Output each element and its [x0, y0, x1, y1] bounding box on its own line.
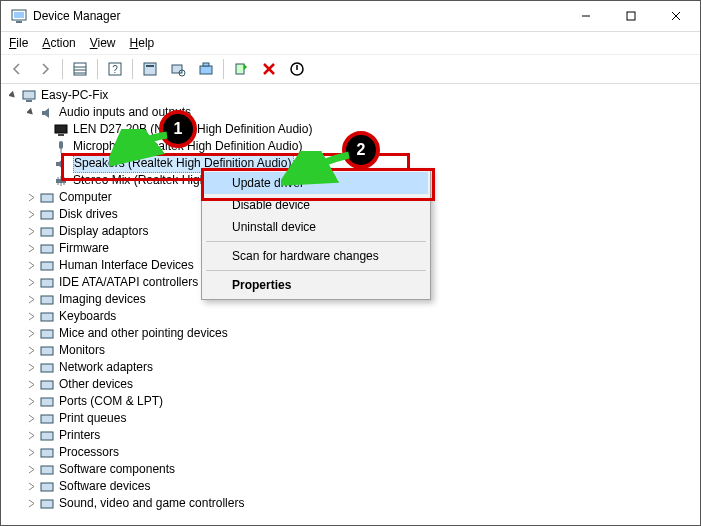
expand-icon[interactable]	[25, 277, 37, 289]
svg-rect-48	[41, 449, 53, 457]
expand-icon[interactable]	[25, 430, 37, 442]
context-scan-hardware[interactable]: Scan for hardware changes	[204, 245, 428, 267]
help-button[interactable]: ?	[102, 56, 128, 82]
svg-rect-1	[14, 12, 24, 18]
tree-category[interactable]: Monitors	[1, 342, 700, 359]
menu-help[interactable]: Help	[130, 36, 155, 50]
expand-icon[interactable]	[25, 192, 37, 204]
svg-rect-14	[146, 65, 154, 67]
tree-category[interactable]: Software devices	[1, 478, 700, 495]
tree-item[interactable]: Microphone (Realtek High Definition Audi…	[1, 138, 700, 155]
context-properties[interactable]: Properties	[204, 274, 428, 296]
context-update-driver[interactable]: Update driver	[204, 172, 428, 194]
expand-icon[interactable]	[25, 464, 37, 476]
category-icon	[39, 224, 55, 240]
tree-label: Monitors	[59, 342, 105, 359]
expand-icon[interactable]	[25, 311, 37, 323]
context-uninstall-device[interactable]: Uninstall device	[204, 216, 428, 238]
window-title: Device Manager	[33, 9, 120, 23]
svg-rect-45	[41, 398, 53, 406]
svg-rect-49	[41, 466, 53, 474]
tree-category[interactable]: Other devices	[1, 376, 700, 393]
svg-rect-39	[41, 296, 53, 304]
svg-rect-43	[41, 364, 53, 372]
expand-icon[interactable]	[25, 447, 37, 459]
tree-label: Microphone (Realtek High Definition Audi…	[73, 138, 302, 155]
expand-icon[interactable]	[25, 413, 37, 425]
svg-rect-36	[41, 245, 53, 253]
expand-icon[interactable]	[25, 260, 37, 272]
toolbar: ?	[1, 55, 700, 84]
computer-icon	[21, 88, 37, 104]
minimize-button[interactable]	[563, 1, 608, 31]
properties-button[interactable]	[137, 56, 163, 82]
svg-rect-33	[41, 194, 53, 202]
device-icon	[53, 156, 69, 172]
enable-device-button[interactable]	[228, 56, 254, 82]
expand-icon[interactable]	[25, 396, 37, 408]
expand-icon[interactable]	[25, 209, 37, 221]
tree-category[interactable]: Printers	[1, 427, 700, 444]
expand-icon[interactable]	[25, 481, 37, 493]
device-tree[interactable]: Easy-PC-Fix Audio inputs and outputs LEN…	[1, 83, 700, 525]
tree-item[interactable]: LEN D27-20B (NVIDIA High Definition Audi…	[1, 121, 700, 138]
expand-icon[interactable]	[25, 226, 37, 238]
category-icon	[39, 241, 55, 257]
svg-rect-4	[627, 12, 635, 20]
collapse-icon[interactable]	[25, 107, 37, 119]
tree-category[interactable]: Processors	[1, 444, 700, 461]
back-button[interactable]	[4, 56, 30, 82]
category-icon	[39, 275, 55, 291]
menubar: File Action View Help	[1, 32, 700, 55]
svg-rect-13	[144, 63, 156, 75]
tree-label: Disk drives	[59, 206, 118, 223]
tree-category[interactable]: Network adapters	[1, 359, 700, 376]
show-hide-tree-button[interactable]	[67, 56, 93, 82]
disable-device-button[interactable]	[284, 56, 310, 82]
context-separator	[206, 241, 426, 242]
scan-hardware-button[interactable]	[165, 56, 191, 82]
tree-label: Display adaptors	[59, 223, 148, 240]
category-icon	[39, 428, 55, 444]
tree-label: Mice and other pointing devices	[59, 325, 228, 342]
tree-category[interactable]: Sound, video and game controllers	[1, 495, 700, 512]
tree-category[interactable]: Mice and other pointing devices	[1, 325, 700, 342]
tree-label: Printers	[59, 427, 100, 444]
expand-icon[interactable]	[25, 294, 37, 306]
device-icon	[53, 173, 69, 189]
maximize-button[interactable]	[608, 1, 653, 31]
category-icon	[39, 326, 55, 342]
uninstall-device-button[interactable]	[256, 56, 282, 82]
tree-category[interactable]: Ports (COM & LPT)	[1, 393, 700, 410]
menu-view[interactable]: View	[90, 36, 116, 50]
context-disable-device[interactable]: Disable device	[204, 194, 428, 216]
expand-icon[interactable]	[25, 328, 37, 340]
category-icon	[39, 360, 55, 376]
svg-rect-44	[41, 381, 53, 389]
update-driver-button[interactable]	[193, 56, 219, 82]
svg-rect-50	[41, 483, 53, 491]
expand-icon[interactable]	[25, 243, 37, 255]
expand-icon[interactable]	[25, 362, 37, 374]
tree-root[interactable]: Easy-PC-Fix	[1, 87, 700, 104]
svg-rect-25	[55, 125, 67, 133]
forward-button[interactable]	[32, 56, 58, 82]
expand-icon[interactable]	[7, 90, 19, 102]
category-icon	[39, 343, 55, 359]
tree-category[interactable]: Keyboards	[1, 308, 700, 325]
tree-label: LEN D27-20B (NVIDIA High Definition Audi…	[73, 121, 312, 138]
menu-file[interactable]: File	[9, 36, 28, 50]
category-icon	[39, 292, 55, 308]
tree-category[interactable]: Software components	[1, 461, 700, 478]
close-button[interactable]	[653, 1, 698, 31]
tree-category-audio[interactable]: Audio inputs and outputs	[1, 104, 700, 121]
category-icon	[39, 394, 55, 410]
tree-category[interactable]: Print queues	[1, 410, 700, 427]
context-label: Scan for hardware changes	[232, 249, 379, 263]
svg-rect-24	[26, 100, 32, 102]
menu-action[interactable]: Action	[42, 36, 75, 50]
expand-icon[interactable]	[25, 498, 37, 510]
expand-icon[interactable]	[25, 379, 37, 391]
expand-icon[interactable]	[25, 345, 37, 357]
svg-rect-41	[41, 330, 53, 338]
